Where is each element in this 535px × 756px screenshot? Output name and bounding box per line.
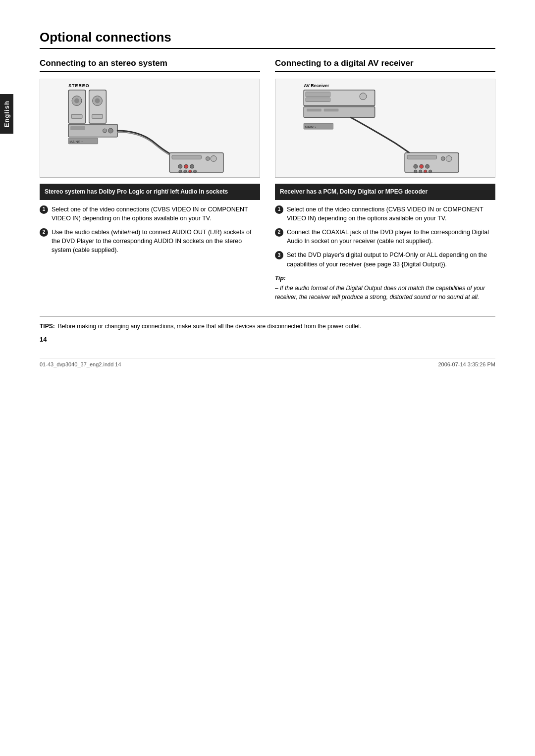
step-2-num: 2 — [40, 228, 48, 237]
svg-point-41 — [414, 170, 417, 173]
tip-title: Tip: — [275, 274, 495, 283]
side-tab: English — [0, 94, 13, 134]
av-diagram: AV Receiver — [275, 79, 495, 178]
svg-rect-31 — [304, 107, 375, 118]
svg-text:STEREO: STEREO — [68, 83, 90, 88]
svg-rect-14 — [172, 155, 201, 159]
svg-point-44 — [429, 170, 432, 173]
right-step-2-text: Connect the COAXIAL jack of the DVD play… — [287, 228, 495, 246]
right-steps: 1 Select one of the video connections (C… — [275, 205, 495, 269]
footer: 01-43_dvp3040_37_eng2.indd 14 2006-07-14… — [40, 358, 495, 367]
left-step-2: 2 Use the audio cables (white/red) to co… — [40, 228, 260, 254]
right-step-2-num: 2 — [275, 228, 283, 237]
svg-point-37 — [441, 157, 445, 161]
svg-point-22 — [189, 170, 192, 173]
two-column-layout: Connecting to an stereo system STEREO — [40, 58, 495, 302]
right-column: Connecting to a digital AV receiver AV R… — [275, 58, 495, 302]
svg-point-12 — [103, 129, 107, 133]
svg-rect-4 — [71, 114, 82, 118]
svg-point-18 — [184, 164, 188, 168]
page: English Optional connections Connecting … — [0, 0, 535, 756]
step-1-text: Select one of the video connections (CVB… — [52, 205, 260, 223]
av-diagram-svg: AV Receiver — [275, 79, 495, 177]
svg-point-39 — [420, 164, 424, 168]
svg-rect-8 — [92, 114, 103, 118]
left-caption: Stereo system has Dolby Pro Logic or rig… — [40, 184, 260, 200]
right-step-3-text: Set the DVD player's digital output to P… — [287, 251, 495, 268]
svg-point-42 — [419, 170, 422, 173]
right-step-3-num: 3 — [275, 251, 283, 259]
svg-point-16 — [206, 157, 210, 161]
right-step-1: 1 Select one of the video connections (C… — [275, 205, 495, 223]
svg-text:AV Receiver: AV Receiver — [304, 83, 329, 88]
tip-section: Tip: – If the audio format of the Digita… — [275, 274, 495, 302]
svg-point-3 — [74, 99, 79, 103]
left-section-title: Connecting to an stereo system — [40, 58, 260, 72]
page-number: 14 — [40, 336, 495, 343]
step-1-num: 1 — [40, 205, 48, 214]
footer-left: 01-43_dvp3040_37_eng2.indd 14 — [40, 361, 121, 367]
left-steps: 1 Select one of the video connections (C… — [40, 205, 260, 255]
svg-point-43 — [424, 170, 427, 173]
svg-point-20 — [179, 170, 182, 173]
right-step-1-text: Select one of the video connections (CVB… — [287, 205, 495, 223]
svg-point-21 — [184, 170, 187, 173]
svg-point-11 — [108, 128, 113, 133]
svg-point-38 — [414, 164, 418, 168]
svg-rect-33 — [324, 108, 339, 111]
left-column: Connecting to an stereo system STEREO — [40, 58, 260, 302]
left-step-1: 1 Select one of the video connections (C… — [40, 205, 260, 223]
svg-point-15 — [211, 156, 216, 162]
svg-rect-28 — [306, 92, 330, 97]
svg-rect-32 — [307, 108, 321, 111]
svg-rect-35 — [407, 155, 436, 159]
stereo-diagram: STEREO — [40, 79, 260, 178]
footer-right: 2006-07-14 3:35:26 PM — [438, 361, 495, 367]
svg-text:MAINS ~: MAINS ~ — [69, 140, 83, 144]
svg-point-7 — [95, 99, 100, 103]
svg-point-30 — [360, 93, 367, 100]
tips-text: Before making or changing any connection… — [58, 322, 362, 331]
right-step-2: 2 Connect the COAXIAL jack of the DVD pl… — [275, 228, 495, 246]
svg-point-23 — [194, 170, 197, 173]
svg-point-36 — [446, 156, 452, 162]
tip-text: – If the audio format of the Digital Out… — [275, 284, 495, 302]
page-title: Optional connections — [40, 30, 495, 49]
svg-rect-10 — [70, 126, 85, 130]
right-step-3: 3 Set the DVD player's digital output to… — [275, 251, 495, 268]
tips-bar: TIPS: Before making or changing any conn… — [40, 316, 495, 331]
svg-point-17 — [178, 164, 182, 168]
stereo-diagram-svg: STEREO — [40, 79, 260, 177]
svg-text:MAINS ~: MAINS ~ — [305, 125, 319, 129]
right-caption: Receiver has a PCM, Dolby Digital or MPE… — [275, 184, 495, 200]
right-section-title: Connecting to a digital AV receiver — [275, 58, 495, 72]
svg-rect-29 — [306, 98, 330, 102]
svg-point-40 — [426, 164, 429, 168]
side-tab-label: English — [3, 101, 10, 127]
tips-label: TIPS: — [40, 322, 55, 331]
svg-point-19 — [190, 164, 194, 168]
step-2-text: Use the audio cables (white/red) to conn… — [52, 228, 260, 254]
right-step-1-num: 1 — [275, 205, 283, 214]
